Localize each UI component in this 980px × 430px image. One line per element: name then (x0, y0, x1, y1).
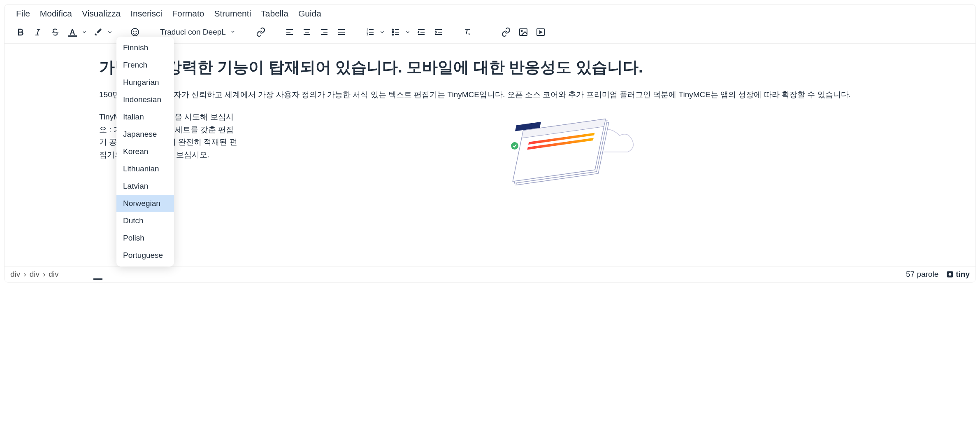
svg-point-27 (392, 34, 393, 35)
language-option[interactable]: Hungarian (116, 74, 174, 91)
bold-button[interactable] (13, 24, 28, 40)
translate-label: Traduci con DeepL (160, 28, 226, 37)
language-option[interactable]: Portuguese (116, 247, 174, 264)
align-center-button[interactable] (299, 24, 315, 40)
content-illustration (255, 111, 881, 189)
svg-text:3: 3 (367, 33, 368, 36)
language-dropdown: FinnishFrenchHungarianIndonesianItalianJ… (116, 37, 174, 266)
indent-button[interactable] (431, 24, 446, 40)
permalink-button[interactable] (498, 24, 514, 40)
strikethrough-button[interactable] (47, 24, 63, 40)
outdent-button[interactable] (413, 24, 429, 40)
svg-line-2 (37, 29, 39, 35)
language-option[interactable]: Japanese (116, 126, 174, 143)
svg-point-39 (521, 30, 522, 32)
highlight-color-button[interactable] (90, 24, 106, 40)
language-option[interactable]: Korean (116, 143, 174, 160)
svg-point-26 (392, 32, 393, 33)
numbered-list-chevron[interactable] (378, 24, 386, 40)
menu-table[interactable]: Tabella (261, 9, 288, 19)
path-segment[interactable]: div (30, 270, 39, 279)
svg-point-49 (511, 142, 518, 150)
language-option[interactable]: Polish (116, 229, 174, 247)
menu-file[interactable]: File (16, 9, 30, 19)
language-option[interactable]: French (116, 56, 174, 74)
path-segment[interactable]: div (49, 270, 58, 279)
language-option[interactable]: Dutch (116, 212, 174, 229)
language-option[interactable]: Italian (116, 108, 174, 126)
svg-point-51 (949, 273, 952, 276)
language-option[interactable]: Indonesian (116, 91, 174, 108)
text-color-button[interactable]: A (65, 24, 80, 40)
highlight-color-chevron[interactable] (106, 24, 114, 40)
path-segment[interactable]: div (10, 270, 20, 279)
chevron-down-icon (230, 28, 236, 37)
menu-tools[interactable]: Strumenti (214, 9, 251, 19)
svg-point-5 (134, 31, 134, 32)
svg-point-4 (131, 28, 139, 36)
word-count[interactable]: 57 parole (906, 270, 938, 279)
svg-marker-41 (540, 31, 542, 33)
statusbar: div› div› div 57 parole tiny (5, 266, 975, 282)
link-button[interactable] (253, 24, 269, 40)
bullet-list-chevron[interactable] (404, 24, 412, 40)
menu-edit[interactable]: Modifica (40, 9, 72, 19)
menu-format[interactable]: Formato (172, 9, 204, 19)
media-button[interactable] (533, 24, 548, 40)
language-option[interactable]: Norwegian (116, 195, 174, 212)
language-option[interactable]: Latvian (116, 178, 174, 195)
align-right-button[interactable] (316, 24, 332, 40)
content-paragraph-1: 150만 명 이상의 개발자가 신뢰하고 세계에서 가장 사용자 정의가 가능한… (99, 89, 881, 101)
svg-point-25 (392, 29, 393, 30)
language-option[interactable]: Lithuanian (116, 160, 174, 178)
menu-view[interactable]: Visualizza (82, 9, 121, 19)
svg-text:×: × (468, 32, 470, 36)
content-heading: 가볍지만 강력한 기능이 탑재되어 있습니다. 모바일에 대한 반응성도 있습니… (99, 56, 881, 79)
image-button[interactable] (516, 24, 531, 40)
language-option[interactable]: Finnish (116, 39, 174, 56)
element-path[interactable]: div› div› div (10, 270, 59, 279)
editor-container: File Modifica Visualizza Inserisci Forma… (4, 4, 976, 283)
numbered-list-button[interactable]: 123 (362, 24, 378, 40)
tiny-logo[interactable]: tiny (946, 270, 970, 279)
menu-help[interactable]: Guida (298, 9, 321, 19)
align-justify-button[interactable] (334, 24, 349, 40)
svg-point-6 (136, 31, 137, 32)
clear-formatting-button[interactable]: × (460, 24, 475, 40)
menubar: File Modifica Visualizza Inserisci Forma… (5, 5, 975, 23)
bullet-list-button[interactable] (388, 24, 404, 40)
text-color-chevron[interactable] (80, 24, 88, 40)
menu-insert[interactable]: Inserisci (130, 9, 162, 19)
italic-button[interactable] (30, 24, 46, 40)
align-left-button[interactable] (282, 24, 297, 40)
